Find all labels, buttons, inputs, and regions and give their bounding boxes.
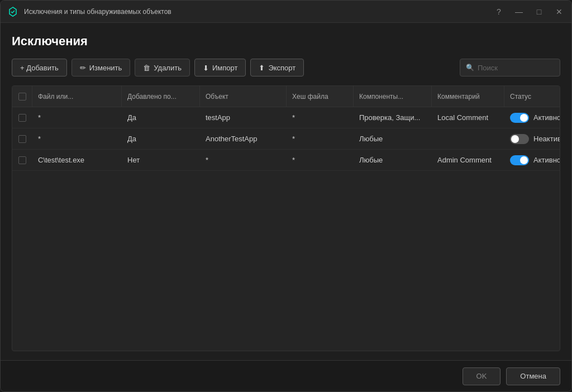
close-button[interactable]: ✕ <box>554 6 565 17</box>
row1-comment: Local Comment <box>432 107 504 128</box>
row1-added-by: Да <box>122 107 200 128</box>
export-icon: ⬆ <box>259 64 265 72</box>
row1-file: * <box>32 107 122 128</box>
row1-toggle-cell: Активно <box>510 113 560 123</box>
table-header: Файл или... Добавлено по... Объект Хеш ф… <box>12 86 560 107</box>
row1-toggle[interactable] <box>510 113 529 123</box>
trash-icon: 🗑 <box>143 64 150 72</box>
row2-toggle-cell: Неактивно <box>510 134 560 144</box>
row3-file: C\test\test.exe <box>32 150 122 170</box>
exceptions-table: Файл или... Добавлено по... Объект Хеш ф… <box>12 85 560 351</box>
search-input[interactable] <box>478 64 571 72</box>
header-comment: Комментарий <box>432 86 504 107</box>
select-all-checkbox[interactable] <box>18 93 26 101</box>
edit-icon: ✏ <box>80 64 86 72</box>
header-components: Компоненты... <box>354 86 432 107</box>
import-icon: ⬆ <box>203 64 209 72</box>
row3-checkbox[interactable] <box>18 156 26 164</box>
row1-status-text: Активно <box>533 113 560 122</box>
content-area: Исключения + Добавить ✏ ✏ Изменить Измен… <box>1 23 571 360</box>
import-button[interactable]: ⬆ Импорт <box>194 59 246 77</box>
titlebar: Исключения и типы обнаруживаемых объекто… <box>1 1 571 23</box>
cancel-button[interactable]: Отмена <box>506 367 560 385</box>
row2-components: Любые <box>354 128 432 149</box>
row2-comment <box>432 128 504 149</box>
row1-object: testApp <box>200 107 287 128</box>
ok-button[interactable]: OK <box>463 367 501 385</box>
main-window: Исключения и типы обнаруживаемых объекто… <box>0 0 572 392</box>
table-row: C\test\test.exe Нет * * Любые Admin Comm… <box>12 150 560 171</box>
help-button[interactable]: ? <box>493 6 504 17</box>
row2-status: Неактивно <box>504 128 560 149</box>
header-checkbox-col <box>12 86 32 107</box>
header-hash: Хеш файла <box>287 86 354 107</box>
row2-status-text: Неактивно <box>533 135 560 143</box>
row2-checkbox-cell <box>12 128 32 149</box>
edit-button[interactable]: ✏ ✏ Изменить Изменить <box>72 59 131 77</box>
delete-button[interactable]: 🗑 Удалить <box>135 59 190 77</box>
header-file: Файл или... <box>32 86 122 107</box>
maximize-button[interactable]: □ <box>533 6 545 17</box>
row3-components: Любые <box>354 150 432 170</box>
row2-file: * <box>32 128 122 149</box>
search-box: 🔍 <box>460 59 560 77</box>
row1-hash: * <box>287 107 354 128</box>
footer: OK Отмена <box>1 360 571 391</box>
row2-added-by: Да <box>122 128 200 149</box>
table-row: * Да testApp * Проверка, Защи... Local C… <box>12 107 560 128</box>
app-logo <box>7 6 18 17</box>
row3-toggle-cell: Активно <box>510 155 560 165</box>
window-controls: ? — □ ✕ <box>493 6 565 17</box>
table-body: * Да testApp * Проверка, Защи... Local C… <box>12 107 560 351</box>
row2-object: AnotherTestApp <box>200 128 287 149</box>
row2-toggle[interactable] <box>510 134 529 144</box>
row1-components: Проверка, Защи... <box>354 107 432 128</box>
window-title: Исключения и типы обнаруживаемых объекто… <box>24 8 493 16</box>
row1-checkbox-cell <box>12 107 32 128</box>
row3-object: * <box>200 150 287 170</box>
page-title: Исключения <box>12 34 560 49</box>
table-row: * Да AnotherTestApp * Любые Неактивно <box>12 128 560 150</box>
minimize-button[interactable]: — <box>513 6 525 17</box>
search-icon: 🔍 <box>466 64 474 71</box>
row3-status-text: Активно <box>533 156 560 164</box>
row2-hash: * <box>287 128 354 149</box>
row3-hash: * <box>287 150 354 170</box>
header-added-by: Добавлено по... <box>122 86 200 107</box>
row1-checkbox[interactable] <box>18 114 26 122</box>
header-status: Статус <box>504 86 560 107</box>
row3-comment: Admin Comment <box>432 150 504 170</box>
add-button[interactable]: + Добавить <box>12 59 67 77</box>
row3-status: Активно <box>504 150 560 170</box>
export-button[interactable]: ⬆ Экспорт <box>250 59 304 77</box>
row1-status: Активно <box>504 107 560 128</box>
row3-checkbox-cell <box>12 150 32 170</box>
toolbar: + Добавить ✏ ✏ Изменить Изменить 🗑 Удали… <box>12 59 560 77</box>
row2-checkbox[interactable] <box>18 135 26 143</box>
row3-toggle[interactable] <box>510 155 529 165</box>
row3-added-by: Нет <box>122 150 200 170</box>
header-object: Объект <box>200 86 287 107</box>
